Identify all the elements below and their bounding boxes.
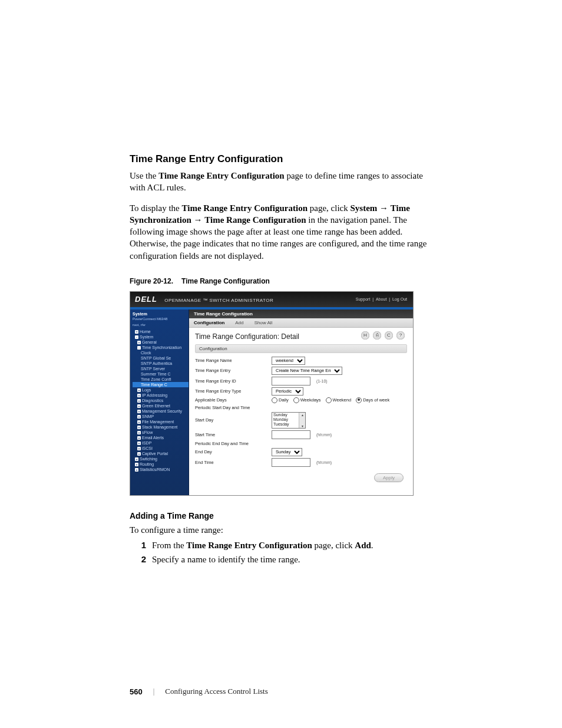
row-periodic-start-hdr: Periodic Start Day and Time (195, 405, 407, 410)
tree-node[interactable]: +IP Addressing (133, 393, 189, 398)
expand-icon[interactable]: + (137, 410, 141, 413)
time-range-entry-select[interactable]: Create New Time Range Entry (272, 367, 342, 375)
tree-label: Management Security (142, 409, 182, 413)
save-icon[interactable]: H (361, 331, 369, 340)
apply-button[interactable]: Apply (374, 473, 404, 482)
expand-icon[interactable]: + (137, 420, 141, 424)
expand-icon[interactable]: + (135, 468, 138, 472)
link-support[interactable]: Support (356, 297, 371, 301)
expand-icon[interactable]: + (137, 452, 141, 456)
page-footer: 560 | Configuring Access Control Lists (130, 687, 268, 696)
expand-icon[interactable]: + (137, 388, 141, 392)
tree-node[interactable]: Time Zone Confi (133, 377, 189, 382)
tree-node[interactable]: +General (133, 340, 189, 345)
tree-node[interactable]: +Green Ethernet (133, 403, 189, 409)
tab-configuration[interactable]: Configuration (194, 320, 224, 325)
tree-node[interactable]: +Management Security (133, 409, 189, 414)
tree-node[interactable]: +Stack Management (133, 424, 189, 430)
end-day-select[interactable]: Sunday (272, 448, 302, 456)
paragraph-2: To display the Time Range Entry Configur… (130, 202, 432, 262)
link-about[interactable]: About (376, 297, 386, 301)
tree-node[interactable]: +Routing (133, 462, 189, 467)
tree-node[interactable]: +SNMP (133, 414, 189, 419)
tree-label: File Management (142, 420, 174, 424)
expand-icon[interactable]: + (137, 431, 141, 434)
refresh-icon[interactable]: C (385, 331, 393, 340)
tree-node[interactable]: +Captive Portal (133, 451, 189, 456)
row-applicable-days: Applicable Days Daily Weekdays Weekend D… (195, 397, 407, 403)
tree-node[interactable]: +sFlow (133, 430, 189, 435)
tree-node[interactable]: +iSCSI (133, 446, 189, 451)
tree-node[interactable]: -System (133, 334, 189, 340)
expand-icon[interactable]: + (137, 436, 141, 440)
tree-node[interactable]: SNTP Global Se (133, 355, 189, 361)
bullet-icon[interactable]: = (135, 330, 138, 334)
tree-label: Time Zone Confi (141, 377, 171, 381)
tree-node[interactable]: Summer Time C (133, 371, 189, 377)
expand-icon[interactable]: + (135, 457, 138, 461)
nav-sidebar[interactable]: System PowerConnect M6348 root, r/w =Hom… (130, 309, 189, 495)
tree-node[interactable]: +File Management (133, 419, 189, 424)
collapse-icon[interactable]: - (135, 335, 138, 339)
radio-daily[interactable]: Daily (272, 397, 289, 403)
link-logout[interactable]: Log Out (392, 297, 407, 301)
tree-label: Stack Management (142, 425, 177, 429)
row-time-range-name: Time Range Name weekend (195, 357, 407, 365)
sidebar-title: System (133, 312, 189, 316)
help-icon[interactable]: ? (396, 331, 405, 340)
text: page, click (308, 203, 350, 213)
term: Time Range Entry Configuration (158, 171, 284, 180)
expand-icon[interactable]: + (135, 463, 138, 466)
tree-node[interactable]: +Diagnostics (133, 398, 189, 403)
entry-type-select[interactable]: Periodic (272, 387, 303, 396)
radio-days-of-week[interactable]: Days of week (356, 397, 389, 403)
tree-node[interactable]: Time Range C (133, 382, 189, 387)
tree-label: SNTP Global Se (141, 356, 171, 360)
tree-node[interactable]: +Statistics/RMON (133, 467, 189, 472)
time-range-name-select[interactable]: weekend (272, 357, 305, 365)
end-time-input[interactable] (272, 458, 310, 467)
row-start-time: Start Time (hh:mm) (195, 430, 407, 439)
expand-icon[interactable]: + (137, 447, 141, 450)
tree-node[interactable]: Clock (133, 350, 189, 355)
entry-id-input[interactable] (272, 377, 310, 386)
tree-node[interactable]: +Logs (133, 387, 189, 393)
tree-node[interactable]: +ISDP (133, 440, 189, 446)
arrow-icon: → (194, 215, 203, 225)
scrollbar[interactable]: ▴▾ (299, 413, 305, 428)
intro-text: To configure a time range: (130, 524, 432, 536)
radio-weekend[interactable]: Weekend (326, 397, 352, 403)
chevron-down-icon[interactable]: ▾ (302, 424, 303, 428)
row-time-range-entry: Time Range Entry Create New Time Range E… (195, 367, 407, 375)
tree-node[interactable]: SNTP Authentica (133, 361, 189, 366)
label: End Day (195, 449, 272, 454)
tab-add[interactable]: Add (235, 320, 243, 325)
tree-node[interactable]: =Home (133, 329, 189, 334)
expand-icon[interactable]: + (137, 399, 141, 403)
tree-node[interactable]: SNTP Server (133, 366, 189, 371)
start-day-listbox[interactable]: Sunday Monday Tuesday ▴▾ (272, 412, 306, 429)
label: Applicable Days (195, 397, 272, 403)
hint: (hh:mm) (316, 433, 332, 437)
tree-label: IP Addressing (142, 393, 167, 397)
chevron-up-icon[interactable]: ▴ (302, 413, 303, 417)
expand-icon[interactable]: + (137, 341, 141, 344)
expand-icon[interactable]: + (137, 394, 141, 397)
tree-label: Green Ethernet (142, 404, 170, 408)
step-1: 1 From the Time Range Entry Configuratio… (130, 539, 432, 551)
tree-node[interactable]: +Switching (133, 456, 189, 462)
expand-icon[interactable]: + (137, 442, 141, 445)
expand-icon[interactable]: + (137, 426, 141, 429)
label: Periodic End Day and Time (195, 441, 272, 446)
collapse-icon[interactable]: - (137, 346, 141, 350)
tab-show-all[interactable]: Show All (254, 320, 273, 325)
radio-weekdays[interactable]: Weekdays (293, 397, 321, 403)
tree-label: Email Alerts (142, 436, 164, 440)
start-time-input[interactable] (272, 430, 310, 439)
expand-icon[interactable]: + (137, 404, 141, 408)
print-icon[interactable]: ⎙ (373, 331, 381, 340)
tree-label: Summer Time C (141, 372, 171, 376)
tree-node[interactable]: -Time Synchronization (133, 345, 189, 350)
expand-icon[interactable]: + (137, 415, 141, 419)
tree-node[interactable]: +Email Alerts (133, 435, 189, 440)
